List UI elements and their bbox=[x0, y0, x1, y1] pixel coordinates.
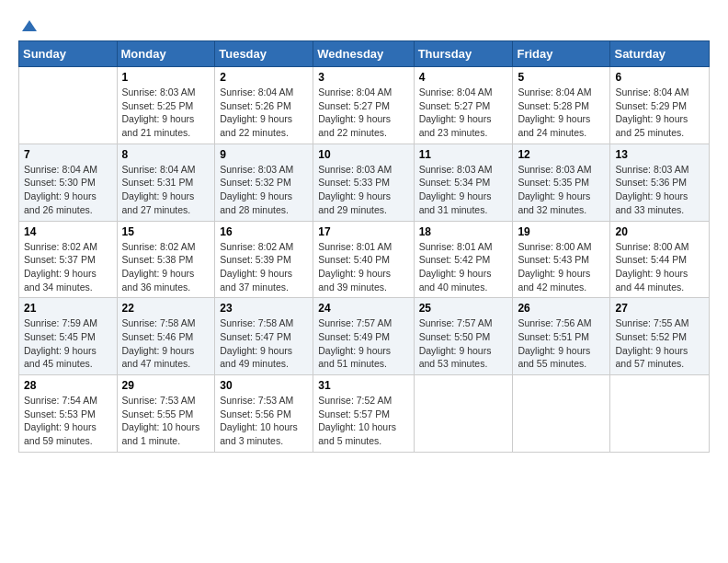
weekday-header: Saturday bbox=[610, 41, 710, 67]
day-info: Sunrise: 7:55 AM Sunset: 5:52 PM Dayligh… bbox=[615, 316, 704, 371]
logo-icon bbox=[20, 18, 39, 37]
calendar-header-row: SundayMondayTuesdayWednesdayThursdayFrid… bbox=[19, 41, 710, 67]
calendar-cell bbox=[19, 67, 118, 144]
calendar-cell: 31 Sunrise: 7:52 AM Sunset: 5:57 PM Dayl… bbox=[313, 375, 414, 453]
day-number: 31 bbox=[318, 379, 408, 392]
day-info: Sunrise: 8:03 AM Sunset: 5:25 PM Dayligh… bbox=[122, 86, 210, 140]
calendar-cell: 5 Sunrise: 8:04 AM Sunset: 5:28 PM Dayli… bbox=[513, 67, 610, 144]
page-header bbox=[18, 18, 710, 31]
calendar-cell bbox=[610, 375, 710, 453]
calendar-cell: 28 Sunrise: 7:54 AM Sunset: 5:53 PM Dayl… bbox=[19, 375, 118, 453]
calendar-cell: 27 Sunrise: 7:55 AM Sunset: 5:52 PM Dayl… bbox=[610, 298, 710, 375]
calendar-cell: 24 Sunrise: 7:57 AM Sunset: 5:49 PM Dayl… bbox=[313, 298, 414, 375]
day-info: Sunrise: 7:52 AM Sunset: 5:57 PM Dayligh… bbox=[318, 394, 408, 448]
day-info: Sunrise: 8:00 AM Sunset: 5:44 PM Dayligh… bbox=[615, 240, 704, 294]
day-number: 28 bbox=[24, 379, 112, 392]
weekday-header: Monday bbox=[117, 41, 215, 67]
calendar-cell: 16 Sunrise: 8:02 AM Sunset: 5:39 PM Dayl… bbox=[215, 221, 313, 298]
day-info: Sunrise: 7:53 AM Sunset: 5:56 PM Dayligh… bbox=[220, 394, 308, 448]
calendar-week-row: 7 Sunrise: 8:04 AM Sunset: 5:30 PM Dayli… bbox=[19, 144, 710, 221]
day-number: 3 bbox=[318, 71, 408, 84]
calendar-cell: 15 Sunrise: 8:02 AM Sunset: 5:38 PM Dayl… bbox=[117, 221, 215, 298]
day-number: 16 bbox=[220, 225, 308, 238]
calendar-cell: 8 Sunrise: 8:04 AM Sunset: 5:31 PM Dayli… bbox=[117, 144, 215, 221]
calendar-cell bbox=[414, 375, 513, 453]
day-number: 7 bbox=[24, 148, 112, 161]
calendar-table: SundayMondayTuesdayWednesdayThursdayFrid… bbox=[18, 40, 710, 453]
day-number: 13 bbox=[615, 148, 704, 161]
day-number: 22 bbox=[122, 302, 210, 315]
calendar-cell: 13 Sunrise: 8:03 AM Sunset: 5:36 PM Dayl… bbox=[610, 144, 710, 221]
calendar-cell: 30 Sunrise: 7:53 AM Sunset: 5:56 PM Dayl… bbox=[215, 375, 313, 453]
day-info: Sunrise: 7:59 AM Sunset: 5:45 PM Dayligh… bbox=[24, 316, 112, 371]
day-number: 26 bbox=[518, 302, 605, 315]
calendar-cell: 12 Sunrise: 8:03 AM Sunset: 5:35 PM Dayl… bbox=[513, 144, 610, 221]
day-number: 5 bbox=[518, 71, 605, 84]
calendar-cell: 11 Sunrise: 8:03 AM Sunset: 5:34 PM Dayl… bbox=[414, 144, 513, 221]
day-number: 10 bbox=[318, 148, 408, 161]
day-number: 12 bbox=[518, 148, 605, 161]
day-info: Sunrise: 8:02 AM Sunset: 5:37 PM Dayligh… bbox=[24, 240, 112, 294]
calendar-cell: 14 Sunrise: 8:02 AM Sunset: 5:37 PM Dayl… bbox=[19, 221, 118, 298]
day-info: Sunrise: 8:03 AM Sunset: 5:33 PM Dayligh… bbox=[318, 163, 408, 217]
calendar-week-row: 1 Sunrise: 8:03 AM Sunset: 5:25 PM Dayli… bbox=[19, 67, 710, 144]
day-info: Sunrise: 7:54 AM Sunset: 5:53 PM Dayligh… bbox=[24, 394, 112, 448]
calendar-cell: 21 Sunrise: 7:59 AM Sunset: 5:45 PM Dayl… bbox=[19, 298, 118, 375]
day-info: Sunrise: 8:03 AM Sunset: 5:36 PM Dayligh… bbox=[615, 163, 704, 217]
calendar-cell: 2 Sunrise: 8:04 AM Sunset: 5:26 PM Dayli… bbox=[215, 67, 313, 144]
weekday-header: Wednesday bbox=[313, 41, 414, 67]
calendar-cell: 19 Sunrise: 8:00 AM Sunset: 5:43 PM Dayl… bbox=[513, 221, 610, 298]
day-number: 19 bbox=[518, 225, 605, 238]
day-number: 27 bbox=[615, 302, 704, 315]
day-number: 15 bbox=[122, 225, 210, 238]
day-number: 30 bbox=[220, 379, 308, 392]
logo bbox=[18, 18, 40, 31]
day-info: Sunrise: 7:58 AM Sunset: 5:46 PM Dayligh… bbox=[122, 316, 210, 371]
day-info: Sunrise: 8:04 AM Sunset: 5:27 PM Dayligh… bbox=[419, 86, 508, 140]
calendar-week-row: 14 Sunrise: 8:02 AM Sunset: 5:37 PM Dayl… bbox=[19, 221, 710, 298]
calendar-cell: 6 Sunrise: 8:04 AM Sunset: 5:29 PM Dayli… bbox=[610, 67, 710, 144]
calendar-cell: 7 Sunrise: 8:04 AM Sunset: 5:30 PM Dayli… bbox=[19, 144, 118, 221]
day-number: 8 bbox=[122, 148, 210, 161]
day-info: Sunrise: 7:58 AM Sunset: 5:47 PM Dayligh… bbox=[220, 316, 308, 371]
day-number: 2 bbox=[220, 71, 308, 84]
calendar-cell: 29 Sunrise: 7:53 AM Sunset: 5:55 PM Dayl… bbox=[117, 375, 215, 453]
calendar-cell bbox=[513, 375, 610, 453]
weekday-header: Tuesday bbox=[215, 41, 313, 67]
calendar-cell: 18 Sunrise: 8:01 AM Sunset: 5:42 PM Dayl… bbox=[414, 221, 513, 298]
day-number: 9 bbox=[220, 148, 308, 161]
calendar-cell: 20 Sunrise: 8:00 AM Sunset: 5:44 PM Dayl… bbox=[610, 221, 710, 298]
weekday-header: Thursday bbox=[414, 41, 513, 67]
day-info: Sunrise: 7:53 AM Sunset: 5:55 PM Dayligh… bbox=[122, 394, 210, 448]
calendar-cell: 1 Sunrise: 8:03 AM Sunset: 5:25 PM Dayli… bbox=[117, 67, 215, 144]
day-info: Sunrise: 8:03 AM Sunset: 5:35 PM Dayligh… bbox=[518, 163, 605, 217]
day-info: Sunrise: 8:04 AM Sunset: 5:31 PM Dayligh… bbox=[122, 163, 210, 217]
day-number: 25 bbox=[419, 302, 508, 315]
calendar-cell: 25 Sunrise: 7:57 AM Sunset: 5:50 PM Dayl… bbox=[414, 298, 513, 375]
day-number: 4 bbox=[419, 71, 508, 84]
calendar-cell: 22 Sunrise: 7:58 AM Sunset: 5:46 PM Dayl… bbox=[117, 298, 215, 375]
day-number: 1 bbox=[122, 71, 210, 84]
calendar-cell: 3 Sunrise: 8:04 AM Sunset: 5:27 PM Dayli… bbox=[313, 67, 414, 144]
day-number: 18 bbox=[419, 225, 508, 238]
day-number: 17 bbox=[318, 225, 408, 238]
day-info: Sunrise: 8:02 AM Sunset: 5:39 PM Dayligh… bbox=[220, 240, 308, 294]
calendar-cell: 4 Sunrise: 8:04 AM Sunset: 5:27 PM Dayli… bbox=[414, 67, 513, 144]
day-info: Sunrise: 8:03 AM Sunset: 5:34 PM Dayligh… bbox=[419, 163, 508, 217]
day-number: 6 bbox=[615, 71, 704, 84]
weekday-header: Sunday bbox=[19, 41, 118, 67]
day-info: Sunrise: 8:00 AM Sunset: 5:43 PM Dayligh… bbox=[518, 240, 605, 294]
day-number: 29 bbox=[122, 379, 210, 392]
day-info: Sunrise: 8:04 AM Sunset: 5:29 PM Dayligh… bbox=[615, 86, 704, 140]
day-info: Sunrise: 7:57 AM Sunset: 5:50 PM Dayligh… bbox=[419, 316, 508, 371]
calendar-week-row: 21 Sunrise: 7:59 AM Sunset: 5:45 PM Dayl… bbox=[19, 298, 710, 375]
day-number: 20 bbox=[615, 225, 704, 238]
day-info: Sunrise: 7:56 AM Sunset: 5:51 PM Dayligh… bbox=[518, 316, 605, 371]
day-number: 14 bbox=[24, 225, 112, 238]
weekday-header: Friday bbox=[513, 41, 610, 67]
calendar-cell: 26 Sunrise: 7:56 AM Sunset: 5:51 PM Dayl… bbox=[513, 298, 610, 375]
day-number: 21 bbox=[24, 302, 112, 315]
day-info: Sunrise: 8:03 AM Sunset: 5:32 PM Dayligh… bbox=[220, 163, 308, 217]
day-info: Sunrise: 8:04 AM Sunset: 5:30 PM Dayligh… bbox=[24, 163, 112, 217]
day-number: 24 bbox=[318, 302, 408, 315]
